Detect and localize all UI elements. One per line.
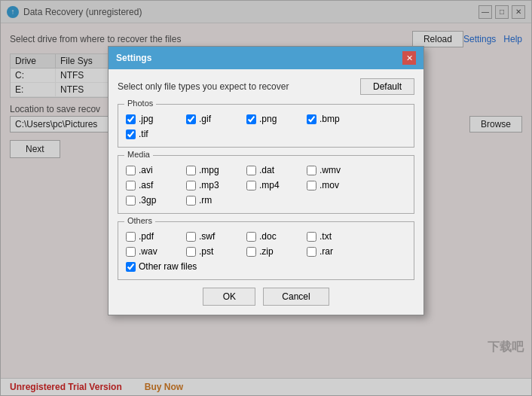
list-item[interactable]: .wav	[126, 246, 186, 257]
list-item[interactable]: Other raw files	[126, 261, 246, 272]
list-item[interactable]: .tif	[126, 129, 186, 139]
dialog-buttons: OK Cancel	[118, 288, 414, 306]
others-checkboxes: .pdf .swf .doc .txt .wav .pst .zip .rar …	[126, 228, 406, 272]
others-group: Others .pdf .swf .doc .txt .wav .pst .zi…	[118, 221, 414, 280]
list-item[interactable]: .pst	[186, 246, 246, 257]
dialog-title: Settings	[116, 53, 151, 63]
other-raw-checkbox[interactable]	[126, 262, 136, 272]
media-group: Media .avi .mpg .dat .wmv .asf .mp3 .mp4…	[118, 155, 414, 214]
list-item[interactable]: .rar	[307, 246, 367, 257]
list-item[interactable]: .pdf	[126, 231, 186, 242]
zip-checkbox[interactable]	[246, 247, 256, 257]
list-item[interactable]: .3gp	[126, 195, 186, 206]
mpg-checkbox[interactable]	[186, 166, 196, 175]
3gp-checkbox[interactable]	[126, 196, 136, 206]
media-legend: Media	[124, 150, 153, 159]
photos-legend: Photos	[124, 99, 156, 108]
dialog-body: Select only file types you expect to rec…	[109, 69, 423, 315]
dialog-title-bar: Settings ✕	[109, 47, 423, 69]
mp3-checkbox[interactable]	[186, 181, 196, 190]
photos-group: Photos .jpg .gif .png .bmp .tif	[118, 104, 414, 148]
dialog-close-button[interactable]: ✕	[402, 51, 416, 65]
asf-checkbox[interactable]	[126, 181, 136, 190]
list-item[interactable]: .bmp	[307, 114, 367, 124]
list-item[interactable]: .dat	[246, 165, 307, 175]
list-item[interactable]: .mp4	[246, 180, 307, 190]
gif-checkbox[interactable]	[186, 114, 196, 124]
dialog-top-label: Select only file types you expect to rec…	[118, 81, 289, 92]
rm-checkbox[interactable]	[186, 196, 196, 206]
list-item[interactable]: .mp3	[186, 180, 246, 190]
jpg-checkbox[interactable]	[126, 114, 136, 124]
ok-button[interactable]: OK	[203, 288, 255, 306]
list-item[interactable]: .wmv	[307, 165, 367, 175]
pdf-checkbox[interactable]	[126, 232, 136, 242]
png-checkbox[interactable]	[246, 114, 256, 124]
list-item[interactable]: .asf	[126, 180, 186, 190]
list-item[interactable]: .rm	[186, 195, 246, 206]
list-item[interactable]: .gif	[186, 114, 246, 124]
main-window: ↑ Data Recovery (unregistered) — □ ✕ Sel…	[0, 0, 532, 396]
list-item[interactable]: .zip	[246, 246, 307, 257]
swf-checkbox[interactable]	[186, 232, 196, 242]
cancel-button[interactable]: Cancel	[263, 288, 329, 306]
wmv-checkbox[interactable]	[307, 166, 316, 175]
list-item[interactable]: .doc	[246, 231, 307, 242]
list-item[interactable]: .png	[246, 114, 307, 124]
txt-checkbox[interactable]	[307, 232, 316, 242]
list-item[interactable]: .avi	[126, 165, 186, 175]
mov-checkbox[interactable]	[307, 181, 316, 190]
settings-dialog: Settings ✕ Select only file types you ex…	[108, 46, 424, 315]
mp4-checkbox[interactable]	[246, 181, 256, 190]
bmp-checkbox[interactable]	[307, 114, 316, 124]
photos-checkboxes: .jpg .gif .png .bmp .tif	[126, 111, 406, 139]
list-item[interactable]: .mov	[307, 180, 367, 190]
list-item[interactable]: .mpg	[186, 165, 246, 175]
others-legend: Others	[124, 216, 155, 225]
pst-checkbox[interactable]	[186, 247, 196, 257]
media-checkboxes: .avi .mpg .dat .wmv .asf .mp3 .mp4 .mov …	[126, 162, 406, 206]
tif-checkbox[interactable]	[126, 129, 136, 139]
list-item[interactable]: .swf	[186, 231, 246, 242]
list-item[interactable]: .jpg	[126, 114, 186, 124]
avi-checkbox[interactable]	[126, 166, 136, 175]
doc-checkbox[interactable]	[246, 232, 256, 242]
rar-checkbox[interactable]	[307, 247, 316, 257]
list-item[interactable]: .txt	[307, 231, 367, 242]
dat-checkbox[interactable]	[246, 166, 256, 175]
wav-checkbox[interactable]	[126, 247, 136, 257]
modal-overlay: Settings ✕ Select only file types you ex…	[1, 1, 531, 395]
default-button[interactable]: Default	[360, 78, 414, 95]
dialog-top-row: Select only file types you expect to rec…	[118, 78, 414, 95]
